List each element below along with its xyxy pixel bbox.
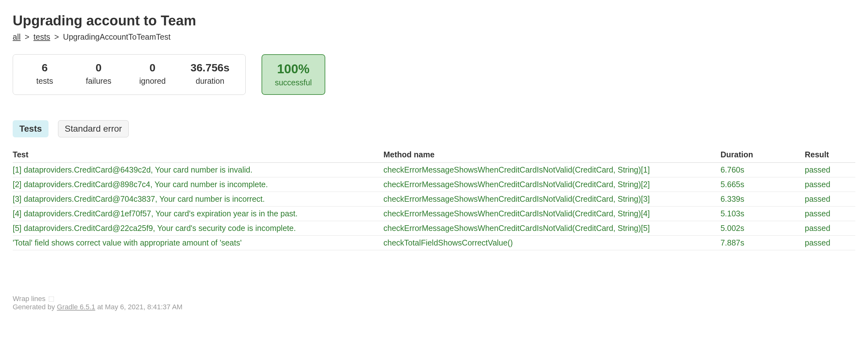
test-result: passed — [805, 236, 856, 250]
method-name[interactable]: checkErrorMessageShowsWhenCreditCardIsNo… — [383, 207, 721, 221]
footer: Wrap lines Generated by Gradle 6.5.1 at … — [13, 295, 855, 311]
stat-failures: 0 failures — [83, 62, 115, 88]
method-name[interactable]: checkErrorMessageShowsWhenCreditCardIsNo… — [383, 221, 721, 236]
breadcrumb-current: UpgradingAccountToTeamTest — [63, 32, 170, 41]
test-result: passed — [805, 163, 856, 177]
wrap-lines-label: Wrap lines — [13, 295, 45, 303]
test-result: passed — [805, 177, 856, 192]
method-name[interactable]: checkErrorMessageShowsWhenCreditCardIsNo… — [383, 163, 721, 177]
success-percent: 100% — [275, 62, 312, 76]
breadcrumb-separator: > — [25, 32, 29, 41]
breadcrumb-tests[interactable]: tests — [34, 32, 51, 41]
table-row: [4] dataproviders.CreditCard@1ef70f57, Y… — [13, 207, 855, 221]
success-box: 100% successful — [261, 54, 325, 95]
table-row: [2] dataproviders.CreditCard@898c7c4, Yo… — [13, 177, 855, 192]
test-result: passed — [805, 192, 856, 207]
stat-tests-label: tests — [29, 77, 61, 86]
test-duration: 5.665s — [721, 177, 805, 192]
table-row: [3] dataproviders.CreditCard@704c3837, Y… — [13, 192, 855, 207]
test-name[interactable]: [1] dataproviders.CreditCard@6439c2d, Yo… — [13, 163, 383, 177]
stat-failures-label: failures — [83, 77, 115, 86]
wrap-lines-control: Wrap lines — [13, 295, 855, 303]
test-name[interactable]: [3] dataproviders.CreditCard@704c3837, Y… — [13, 192, 383, 207]
stat-duration: 36.756s duration — [190, 62, 229, 88]
stat-ignored-value: 0 — [136, 62, 168, 74]
stat-ignored-label: ignored — [136, 77, 168, 86]
test-duration: 5.103s — [721, 207, 805, 221]
stat-duration-label: duration — [190, 77, 229, 86]
test-name[interactable]: [4] dataproviders.CreditCard@1ef70f57, Y… — [13, 207, 383, 221]
table-row: [5] dataproviders.CreditCard@22ca25f9, Y… — [13, 221, 855, 236]
generated-by: Generated by Gradle 6.5.1 at May 6, 2021… — [13, 303, 855, 311]
test-result: passed — [805, 221, 856, 236]
summary-row: 6 tests 0 failures 0 ignored 36.756s dur… — [13, 54, 855, 95]
wrap-lines-checkbox[interactable] — [49, 297, 54, 302]
generated-prefix: Generated by — [13, 303, 57, 311]
method-name[interactable]: checkErrorMessageShowsWhenCreditCardIsNo… — [383, 192, 721, 207]
test-name[interactable]: 'Total' field shows correct value with a… — [13, 236, 383, 250]
breadcrumb-separator: > — [54, 32, 59, 41]
test-name[interactable]: [2] dataproviders.CreditCard@898c7c4, Yo… — [13, 177, 383, 192]
table-header-test: Test — [13, 147, 383, 163]
test-duration: 6.339s — [721, 192, 805, 207]
test-duration: 7.887s — [721, 236, 805, 250]
generated-suffix: at May 6, 2021, 8:41:37 AM — [95, 303, 183, 311]
method-name[interactable]: checkErrorMessageShowsWhenCreditCardIsNo… — [383, 177, 721, 192]
stat-tests-value: 6 — [29, 62, 61, 74]
table-row: [1] dataproviders.CreditCard@6439c2d, Yo… — [13, 163, 855, 177]
breadcrumb-all[interactable]: all — [13, 32, 21, 41]
stats-box: 6 tests 0 failures 0 ignored 36.756s dur… — [13, 54, 246, 95]
test-duration: 5.002s — [721, 221, 805, 236]
table-header-result: Result — [805, 147, 856, 163]
stat-tests: 6 tests — [29, 62, 61, 88]
success-label: successful — [275, 78, 312, 87]
table-header-method: Method name — [383, 147, 721, 163]
gradle-link[interactable]: Gradle 6.5.1 — [57, 303, 95, 311]
tab-tests[interactable]: Tests — [13, 120, 49, 138]
tests-table: Test Method name Duration Result [1] dat… — [13, 147, 855, 250]
method-name[interactable]: checkTotalFieldShowsCorrectValue() — [383, 236, 721, 250]
test-result: passed — [805, 207, 856, 221]
test-duration: 6.760s — [721, 163, 805, 177]
page-title: Upgrading account to Team — [13, 13, 855, 29]
stat-duration-value: 36.756s — [190, 62, 229, 74]
tabs: Tests Standard error — [13, 120, 855, 138]
breadcrumb: all > tests > UpgradingAccountToTeamTest — [13, 32, 855, 41]
tab-standard-error[interactable]: Standard error — [58, 120, 129, 138]
stat-failures-value: 0 — [83, 62, 115, 74]
stat-ignored: 0 ignored — [136, 62, 168, 88]
table-row: 'Total' field shows correct value with a… — [13, 236, 855, 250]
table-header-duration: Duration — [721, 147, 805, 163]
test-name[interactable]: [5] dataproviders.CreditCard@22ca25f9, Y… — [13, 221, 383, 236]
